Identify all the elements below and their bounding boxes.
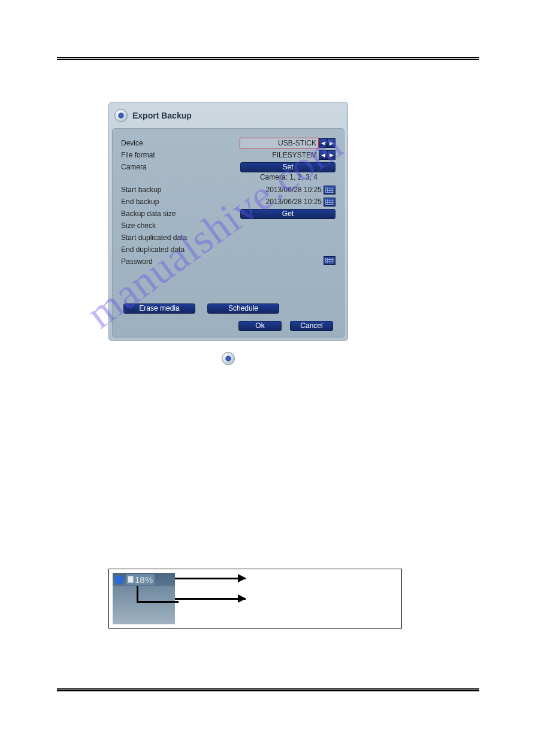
label-camera: Camera: [121, 163, 240, 171]
label-start-backup: Start backup: [121, 186, 244, 194]
label-start-dup: Start duplicated data: [121, 233, 335, 242]
end-backup-keypad-icon[interactable]: [324, 198, 335, 207]
file-format-prev-button[interactable]: ◀: [319, 150, 327, 160]
camera-selected: Camera: 1, 2, 3, 4: [121, 173, 335, 184]
end-backup-value: 2013/06/28 10:25: [244, 198, 324, 206]
callout-arrow-1: [175, 578, 246, 579]
backup-size-get-button[interactable]: Get: [240, 209, 335, 219]
disc-icon-inline: [222, 352, 235, 365]
monitor-icon: [115, 576, 123, 583]
label-end-dup: End duplicated data: [121, 245, 335, 254]
label-backup-size: Backup data size: [121, 210, 240, 218]
label-password: Password: [121, 257, 324, 266]
row-end-dup: End duplicated data: [121, 244, 335, 256]
row-backup-size: Backup data size Get: [121, 208, 335, 220]
device-next-button[interactable]: ▶: [327, 138, 335, 148]
ok-button[interactable]: Ok: [238, 321, 282, 331]
mid-button-row: Erase media Schedule: [121, 303, 335, 314]
password-keypad-icon[interactable]: [324, 256, 335, 265]
bottom-rule: [57, 688, 479, 691]
disc-icon: [114, 109, 128, 122]
status-bar: 18%: [113, 573, 175, 586]
erase-media-button[interactable]: Erase media: [123, 303, 195, 314]
document-icon: [128, 576, 134, 583]
progress-percent: 18%: [135, 575, 153, 585]
export-backup-dialog: Export Backup Device USB-STICK ◀ ▶ File …: [108, 102, 348, 341]
label-end-backup: End backup: [121, 198, 244, 206]
row-start-dup: Start duplicated data: [121, 232, 335, 244]
bottom-button-row: Ok Cancel: [121, 321, 335, 331]
row-password: Password: [121, 256, 335, 268]
status-callout-box: 18%: [108, 569, 402, 629]
callout-arrow-2: [175, 598, 246, 600]
device-prev-button[interactable]: ◀: [319, 138, 327, 148]
row-end-backup: End backup 2013/06/28 10:25: [121, 196, 335, 208]
file-format-value: FILESYSTEM: [240, 151, 319, 159]
start-backup-keypad-icon[interactable]: [324, 186, 335, 195]
progress-badge: 18%: [126, 574, 155, 585]
top-rule: [57, 57, 479, 60]
label-size-check: Size check: [121, 221, 335, 230]
dialog-title: Export Backup: [132, 111, 192, 120]
device-value[interactable]: USB-STICK: [240, 138, 319, 148]
camera-set-button[interactable]: Set: [240, 162, 335, 172]
label-file-format: File format: [121, 151, 240, 159]
cancel-button[interactable]: Cancel: [290, 321, 333, 331]
dialog-titlebar: Export Backup: [112, 105, 344, 128]
row-camera: Camera Set: [121, 161, 335, 173]
row-device: Device USB-STICK ◀ ▶: [121, 137, 335, 149]
row-file-format: File format FILESYSTEM ◀ ▶: [121, 149, 335, 161]
callout-bracket: [137, 586, 138, 603]
schedule-button[interactable]: Schedule: [207, 303, 279, 314]
row-size-check: Size check: [121, 220, 335, 232]
row-start-backup: Start backup 2013/06/28 10:25: [121, 184, 335, 196]
callout-bracket-h: [137, 601, 179, 603]
start-backup-value: 2013/06/28 10:25: [244, 186, 324, 194]
status-thumbnail: 18%: [113, 573, 175, 624]
file-format-next-button[interactable]: ▶: [327, 150, 335, 160]
label-device: Device: [121, 139, 240, 147]
dialog-body: Device USB-STICK ◀ ▶ File format FILESYS…: [112, 128, 344, 338]
